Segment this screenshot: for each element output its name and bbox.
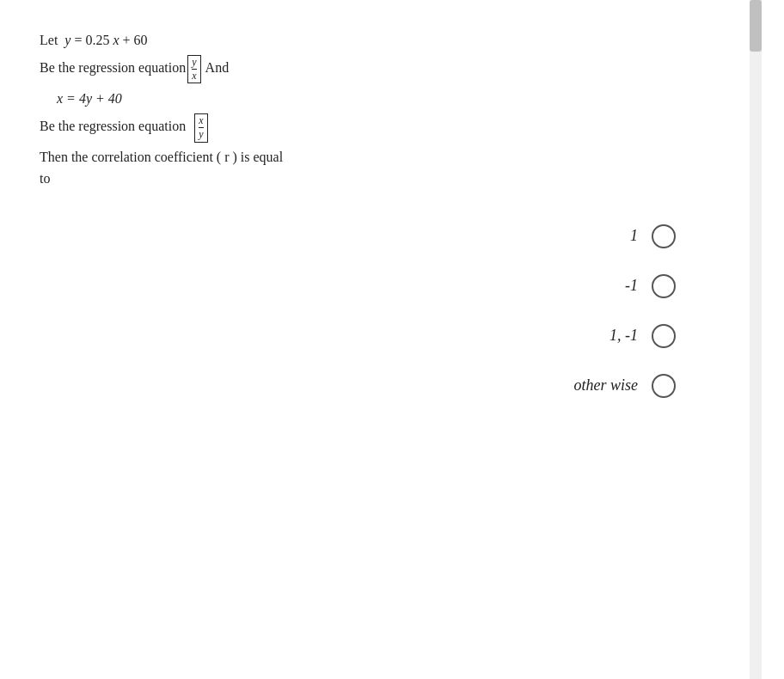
var-y: y (64, 33, 70, 47)
regression-line-2: Be the regression equation xy (40, 113, 727, 142)
question-main: Then the correlation coefficient ( r ) i… (40, 146, 727, 190)
option-label-2: -1 (569, 277, 638, 295)
options-list: 1 -1 1, -1 other wise (40, 224, 727, 398)
equation-line-1: Let y = 0.25 x + 60 (40, 29, 727, 52)
page-container: Let y = 0.25 x + 60 Be the regression eq… (22, 0, 762, 679)
fraction-y-over-x: yx (187, 55, 200, 83)
radio-button-2[interactable] (652, 274, 676, 298)
radio-button-3[interactable] (652, 324, 676, 348)
radio-button-1[interactable] (652, 224, 676, 248)
scrollbar-track[interactable] (750, 0, 762, 679)
scrollbar-thumb[interactable] (750, 0, 762, 52)
option-row-3[interactable]: 1, -1 (569, 324, 676, 348)
option-label-4: other wise (569, 376, 638, 395)
option-row-2[interactable]: -1 (569, 274, 676, 298)
equation-line-2: x = 4y + 40 (57, 87, 727, 110)
radio-button-4[interactable] (652, 374, 676, 398)
question-block: Let y = 0.25 x + 60 Be the regression eq… (40, 29, 727, 190)
fraction-x-over-y: xy (194, 113, 207, 142)
option-row-1[interactable]: 1 (569, 224, 676, 248)
option-label-1: 1 (569, 227, 638, 245)
option-label-3: 1, -1 (569, 327, 638, 345)
regression-line-1: Be the regression equationyx And (40, 55, 727, 83)
option-row-4[interactable]: other wise (569, 374, 676, 398)
